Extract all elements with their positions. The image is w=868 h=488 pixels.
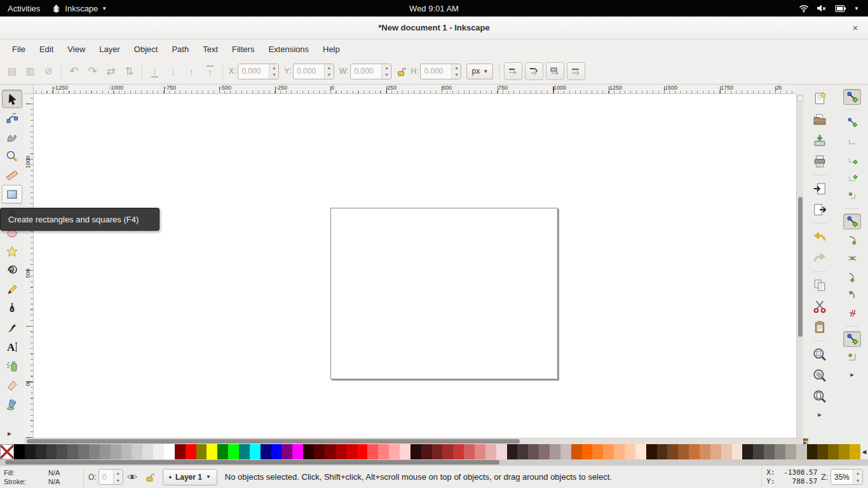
palette-none-swatch[interactable]: [0, 444, 14, 459]
menu-file[interactable]: File: [5, 42, 32, 57]
menu-text[interactable]: Text: [196, 42, 225, 57]
palette-swatch[interactable]: [100, 444, 111, 459]
menu-layer[interactable]: Layer: [92, 42, 127, 57]
rotate-cw-icon[interactable]: ↷: [83, 62, 102, 80]
palette-swatch[interactable]: [485, 444, 496, 459]
lower-to-bottom-icon[interactable]: ↓: [146, 62, 164, 80]
snap-enable-toggle[interactable]: [843, 89, 861, 105]
snap-smooth-nodes-toggle[interactable]: [843, 287, 861, 303]
deselect-icon[interactable]: ⊘: [39, 62, 58, 80]
menu-filters[interactable]: Filters: [225, 42, 261, 57]
redo-button[interactable]: [810, 248, 829, 268]
palette-swatch[interactable]: [689, 444, 700, 459]
save-button[interactable]: [810, 131, 829, 150]
spin-arrows[interactable]: ▲▼: [269, 64, 278, 79]
palette-swatch[interactable]: [432, 444, 443, 459]
undo-button[interactable]: [810, 227, 829, 247]
zoom-to-drawing-button[interactable]: [810, 366, 829, 385]
menu-path[interactable]: Path: [165, 42, 196, 57]
vertical-scrollbar-thumb[interactable]: [798, 197, 803, 337]
palette-swatch[interactable]: [378, 444, 389, 459]
palette-swatch[interactable]: [367, 444, 378, 459]
vertical-scrollbar[interactable]: [796, 94, 803, 438]
app-menu[interactable]: Inkscape ▼: [51, 4, 107, 13]
palette-swatch[interactable]: [389, 444, 400, 459]
lower-icon[interactable]: ↓: [164, 62, 182, 80]
select-all-layers-icon[interactable]: ▥: [21, 62, 39, 80]
tool-paint-bucket[interactable]: [2, 395, 22, 413]
palette-swatch[interactable]: [250, 444, 261, 459]
y-spinbox[interactable]: ▲▼: [293, 64, 334, 79]
snap-bbox-centers-toggle[interactable]: [843, 188, 861, 204]
palette-swatch[interactable]: [121, 444, 132, 459]
palette-scrollbar[interactable]: [0, 459, 868, 465]
y-input[interactable]: [294, 64, 324, 79]
palette-swatch[interactable]: [421, 444, 432, 459]
affect-move-patterns-toggle[interactable]: [567, 62, 585, 80]
palette-swatch[interactable]: [807, 444, 818, 459]
palette-swatch[interactable]: [14, 444, 25, 459]
affect-scale-corners-toggle[interactable]: [525, 62, 543, 80]
snap-cusp-nodes-toggle[interactable]: [843, 269, 861, 285]
spin-arrows[interactable]: ▲▼: [381, 64, 391, 79]
palette-swatch[interactable]: [357, 444, 368, 459]
horizontal-ruler[interactable]: -1250-1000-750-500-250025050075010001250…: [34, 85, 796, 94]
tool-calligraphy[interactable]: [2, 318, 22, 337]
document-page[interactable]: [330, 208, 558, 379]
palette-swatch[interactable]: [292, 444, 303, 459]
h-spinbox[interactable]: ▲▼: [420, 64, 461, 79]
palette-swatch[interactable]: [550, 444, 560, 459]
menu-extensions[interactable]: Extensions: [261, 42, 316, 57]
palette-swatch[interactable]: [175, 444, 186, 459]
palette-swatch[interactable]: [400, 444, 410, 459]
h-input[interactable]: [421, 64, 451, 79]
clock[interactable]: Wed 9:01 AM: [0, 4, 868, 13]
palette-swatch[interactable]: [539, 444, 550, 459]
menu-view[interactable]: View: [60, 42, 92, 57]
palette-swatch[interactable]: [700, 444, 710, 459]
copy-button[interactable]: [810, 276, 829, 295]
palette-swatch[interactable]: [678, 444, 689, 459]
palette-swatch[interactable]: [336, 444, 346, 459]
palette-swatch[interactable]: [625, 444, 635, 459]
palette-swatch[interactable]: [592, 444, 603, 459]
affect-move-gradients-toggle[interactable]: [546, 62, 564, 80]
tool-spray[interactable]: [2, 356, 22, 375]
snap-line-midpoints-toggle[interactable]: [843, 306, 861, 322]
flip-horizontal-icon[interactable]: ⇄: [102, 62, 120, 80]
horizontal-scrollbar-thumb[interactable]: [27, 439, 520, 444]
palette-swatch[interactable]: [475, 444, 485, 459]
palette-swatch[interactable]: [410, 444, 421, 459]
affect-scale-stroke-toggle[interactable]: [504, 62, 522, 80]
palette-swatch[interactable]: [314, 444, 325, 459]
palette-swatch[interactable]: [817, 444, 828, 459]
palette-swatch[interactable]: [528, 444, 539, 459]
palette-swatch[interactable]: [36, 444, 46, 459]
palette-swatch[interactable]: [710, 444, 721, 459]
spin-arrows[interactable]: ▲▼: [451, 64, 461, 79]
rotate-ccw-icon[interactable]: ↶: [65, 62, 83, 80]
spin-arrows[interactable]: ▲▼: [113, 470, 123, 484]
snap-others-toggle[interactable]: [843, 331, 861, 347]
snap-bbox-edges-toggle[interactable]: [843, 133, 861, 149]
palette-swatch[interactable]: [453, 444, 464, 459]
palette-swatch[interactable]: [111, 444, 121, 459]
system-menu-chevron-icon[interactable]: ▼: [854, 6, 859, 11]
snap-expander-icon[interactable]: ▸: [850, 370, 854, 379]
paste-button[interactable]: [810, 318, 829, 337]
activities-button[interactable]: Activities: [8, 4, 40, 13]
tool-tweak[interactable]: [2, 128, 22, 146]
print-button[interactable]: [810, 152, 829, 171]
tool-pencil[interactable]: [2, 280, 22, 299]
tool-selector[interactable]: [2, 90, 22, 108]
tool-measure[interactable]: [2, 166, 22, 184]
tool-eraser[interactable]: [2, 376, 22, 394]
palette-swatch[interactable]: [67, 444, 78, 459]
x-input[interactable]: [238, 64, 269, 79]
palette-swatch[interactable]: [464, 444, 475, 459]
tool-bezier-pen[interactable]: [2, 299, 22, 318]
palette-swatch[interactable]: [764, 444, 775, 459]
palette-swatch[interactable]: [732, 444, 743, 459]
zoom-spinbox[interactable]: ▲▼: [831, 469, 863, 485]
palette-swatch[interactable]: [839, 444, 850, 459]
